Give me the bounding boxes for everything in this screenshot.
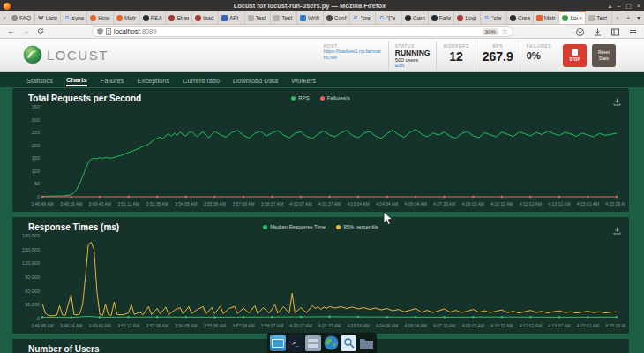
host-link[interactable]: https://loadtest1.rip.fairmatrix.net	[324, 49, 382, 61]
browser-tab[interactable]: Matr	[114, 11, 140, 24]
window-maximize-button[interactable]: ▢	[625, 3, 632, 10]
status-value: RUNNING	[395, 49, 431, 57]
nav-tab-current-ratio[interactable]: Current ratio	[183, 74, 220, 86]
svg-text:4:09:03 AM: 4:09:03 AM	[462, 323, 484, 328]
nav-tab-exceptions[interactable]: Exceptions	[137, 74, 169, 86]
tab-title: "cre	[491, 15, 504, 21]
tab-title: Test Re	[281, 15, 294, 21]
sidebar-icon[interactable]	[611, 24, 619, 40]
nav-tab-download-data[interactable]: Download Data	[233, 74, 278, 86]
dock-item-globe-icon[interactable]	[323, 335, 339, 351]
svg-text:4:15:01 AM: 4:15:01 AM	[577, 323, 599, 328]
stop-button[interactable]: STOP	[563, 44, 587, 67]
svg-text:3:52:38 AM: 3:52:38 AM	[146, 323, 168, 328]
status-cluster: HOST https://loadtest1.rip.fairmatrix.ne…	[318, 41, 616, 70]
locust-brand[interactable]: LOCUST	[23, 45, 109, 64]
reload-button[interactable]	[37, 27, 44, 36]
browser-tab[interactable]: Stres	[166, 11, 192, 24]
edit-link[interactable]: Edit	[395, 63, 431, 68]
rps-chart-plot[interactable]: 0501001502002503003503:46:48 AM3:48:16 A…	[16, 104, 625, 208]
google-favicon: G	[353, 15, 359, 21]
site-favicon	[588, 15, 595, 21]
dock-item-window[interactable]	[270, 335, 286, 351]
legend-item[interactable]: Failures/s	[320, 95, 350, 101]
tab-title: FAQ | D	[19, 15, 32, 21]
browser-tab[interactable]: API	[219, 11, 245, 24]
tab-title: Loc	[570, 15, 578, 21]
menu-icon[interactable]	[629, 24, 637, 40]
reset-stats-button[interactable]: Reset Stats	[592, 44, 616, 67]
browser-tab[interactable]: G"cre	[481, 11, 507, 24]
svg-text:3:58:37 AM: 3:58:37 AM	[261, 201, 283, 207]
svg-text:3:57:08 AM: 3:57:08 AM	[232, 201, 254, 207]
tab-title: load	[203, 15, 215, 21]
new-tab-button[interactable]: +	[623, 11, 633, 24]
browser-tab[interactable]: Logi	[454, 11, 481, 24]
browser-tab[interactable]: FAQ | D	[9, 11, 35, 24]
svg-text:4:10:32 AM: 4:10:32 AM	[490, 323, 513, 328]
github-favicon	[510, 15, 516, 21]
legend-swatch	[291, 96, 296, 101]
response-times-legend: Median Response Time95% percentile	[12, 224, 629, 229]
dock-item-search-icon[interactable]	[341, 335, 356, 351]
tab-scroll-right-icon[interactable]: ›	[612, 11, 623, 24]
tab-scroll-left-icon[interactable]: ‹	[0, 11, 9, 24]
dot-favicon	[168, 15, 175, 21]
browser-tab-active[interactable]: Loc×	[559, 11, 586, 24]
browser-tab[interactable]: REA	[140, 11, 167, 24]
tab-list-icon[interactable]: ▾	[633, 11, 644, 24]
forward-button[interactable]: →	[22, 27, 30, 35]
tab-close-icon[interactable]: ×	[579, 15, 582, 21]
window-rollup-button[interactable]: ▴	[609, 3, 612, 10]
legend-item[interactable]: RPS	[291, 95, 309, 101]
nav-tab-statistics[interactable]: Statistics	[26, 74, 53, 86]
zoom-level-badge[interactable]: 90%	[483, 28, 498, 35]
pocket-icon[interactable]	[576, 24, 584, 40]
svg-text:60,000: 60,000	[25, 289, 40, 294]
back-button[interactable]: ←	[7, 27, 15, 35]
browser-tab[interactable]: Gsyna	[61, 11, 87, 24]
response-times-plot[interactable]: 030,00060,00090,000120,000150,000180,000…	[16, 233, 625, 330]
tab-title: Crea	[518, 15, 530, 21]
browser-tab[interactable]: G"cre	[350, 11, 377, 24]
browser-tab[interactable]: Conf	[324, 11, 350, 24]
svg-text:3:51:11 AM: 3:51:11 AM	[117, 201, 139, 207]
browser-tab[interactable]: G"["e	[376, 11, 402, 24]
legend-item[interactable]: Median Response Time	[263, 224, 326, 229]
window-minimize-button[interactable]: –	[617, 3, 620, 10]
page-info-icon[interactable]	[106, 28, 111, 35]
legend-item[interactable]: 95% percentile	[336, 224, 378, 229]
browser-toolbar: ← → localhost :8089 90% ☆	[0, 25, 644, 39]
shield-icon[interactable]	[97, 28, 103, 35]
browser-tab[interactable]: Faile	[429, 11, 455, 24]
bookmark-star-icon[interactable]: ☆	[502, 27, 508, 35]
svg-text:3:55:36 AM: 3:55:36 AM	[204, 323, 226, 328]
svg-text:50: 50	[34, 181, 40, 186]
nav-tab-charts[interactable]: Charts	[66, 73, 87, 86]
nav-tab-failures[interactable]: Failures	[101, 74, 124, 86]
browser-tab[interactable]: Test Re	[271, 11, 297, 24]
browser-tab[interactable]: How	[87, 11, 114, 24]
browser-tab[interactable]: load	[192, 11, 219, 24]
window-close-button[interactable]: ×	[637, 3, 640, 10]
svg-text:4:10:32 AM: 4:10:32 AM	[490, 201, 513, 207]
browser-tab[interactable]: Carn	[402, 11, 429, 24]
tab-title: Test Re	[256, 15, 268, 21]
window-titlebar: Locust for locust-run-users.py — Mozilla…	[0, 0, 644, 11]
browser-tab[interactable]: Writi	[297, 11, 324, 24]
dock-item-folder-icon[interactable]	[358, 335, 374, 351]
browser-tab[interactable]: Matr	[534, 11, 560, 24]
nav-tab-workers[interactable]: Workers	[291, 74, 316, 86]
browser-tab[interactable]: Test Re	[586, 11, 612, 24]
browser-tab[interactable]: Test Re	[245, 11, 272, 24]
downloads-icon[interactable]	[594, 24, 602, 40]
dock-item-archive-icon[interactable]	[305, 335, 321, 351]
reset-label-1: Reset	[598, 49, 610, 56]
svg-text:4:04:34 AM: 4:04:34 AM	[376, 201, 398, 207]
dock-item-terminal-icon[interactable]: >_	[288, 335, 303, 351]
svg-text:4:12:02 AM: 4:12:02 AM	[520, 323, 542, 328]
svg-text:3:51:11 AM: 3:51:11 AM	[117, 323, 139, 328]
browser-tab[interactable]: Crea	[507, 11, 534, 24]
url-bar[interactable]: localhost :8089 90% ☆	[92, 26, 513, 37]
browser-tab[interactable]: WListe	[35, 11, 62, 24]
